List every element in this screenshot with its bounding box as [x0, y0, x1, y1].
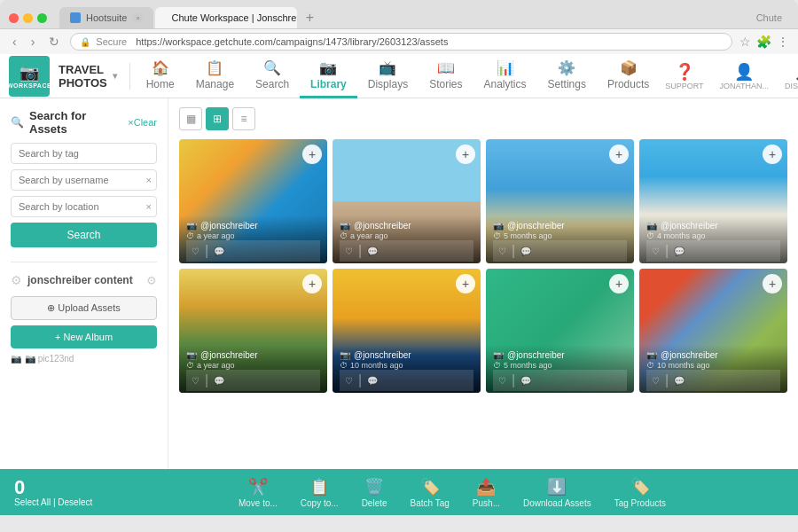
nav-item-search[interactable]: 🔍 Search — [245, 54, 300, 98]
sidebar-gear-icon[interactable]: ⚙ — [146, 274, 157, 287]
gallery-item-2[interactable]: + 📷 @jonschreiber ⏱5 months ago ♡ | 💬 — [486, 139, 634, 263]
delete-action[interactable]: 🗑️ Delete — [353, 477, 396, 508]
gallery-item-5[interactable]: + 📷 @jonschreiber ⏱10 months ago ♡ | 💬 — [332, 269, 481, 393]
comment-icon-1[interactable]: 💬 — [367, 246, 378, 256]
campaign-selector[interactable]: TRAVEL PHOTOS ▾ — [59, 63, 130, 90]
new-tab-button[interactable]: + — [299, 7, 320, 28]
gallery-item-actions-4: ♡ | 💬 — [186, 370, 320, 391]
like-icon-1[interactable]: ♡ — [345, 246, 353, 256]
settings-icon: ⚙️ — [558, 59, 575, 76]
like-icon-0[interactable]: ♡ — [192, 246, 200, 256]
tag-products-action[interactable]: 🏷️ Tag Products — [606, 477, 675, 508]
campaign-caret-icon: ▾ — [113, 71, 117, 81]
extension-icon[interactable]: 🧩 — [756, 35, 771, 49]
nav-item-settings[interactable]: ⚙️ Settings — [537, 54, 597, 98]
like-icon-5[interactable]: ♡ — [345, 376, 353, 386]
gallery-item-7[interactable]: + 📷 @jonschreiber ⏱10 months ago ♡ | 💬 — [639, 269, 787, 393]
hootsuite-tab-close[interactable]: × — [132, 12, 143, 23]
add-item-button-5[interactable]: + — [456, 274, 475, 293]
like-icon-4[interactable]: ♡ — [192, 376, 200, 386]
gallery-item[interactable]: + 📷 @jonschreiber ⏱a year ago ♡ | 💬 — [179, 139, 327, 263]
search-header-icon: 🔍 — [11, 116, 24, 129]
gallery-item-6[interactable]: + 📷 @jonschreiber ⏱5 months ago ♡ | 💬 — [486, 269, 634, 393]
comment-icon-2[interactable]: 💬 — [520, 246, 531, 256]
add-item-button-1[interactable]: + — [456, 145, 475, 164]
add-item-button-6[interactable]: + — [609, 274, 629, 293]
bottom-bar: 0 Select All | Deselect ✂️ Move to... 📋 … — [0, 469, 798, 515]
add-item-button-7[interactable]: + — [763, 274, 782, 293]
add-item-button-3[interactable]: + — [763, 145, 782, 164]
ssl-lock-icon: 🔒 — [80, 37, 90, 47]
like-icon-7[interactable]: ♡ — [652, 376, 660, 386]
sidebar: 🔍 Search for Assets ×Clear × × Search — [0, 98, 168, 469]
gallery-item-overlay-5: 📷 @jonschreiber ⏱10 months ago ♡ | 💬 — [332, 345, 481, 393]
search-button[interactable]: Search — [11, 223, 157, 247]
menu-icon[interactable]: ⋮ — [777, 35, 789, 49]
comment-icon-0[interactable]: 💬 — [214, 246, 224, 256]
location-clear-icon[interactable]: × — [146, 201, 152, 212]
refresh-button[interactable]: ↻ — [45, 33, 63, 51]
add-item-button-4[interactable]: + — [302, 274, 322, 293]
gallery-item-3[interactable]: + 📷 @jonschreiber ⏱4 months ago ♡ | 💬 — [639, 139, 787, 263]
username-input[interactable] — [11, 169, 157, 191]
like-icon-6[interactable]: ♡ — [498, 376, 506, 386]
url-input[interactable]: 🔒 Secure https://workspace.getchute.com/… — [70, 33, 732, 51]
upload-assets-button[interactable]: ⊕ Upload Assets — [11, 296, 157, 320]
gallery-item-user-2: 📷 @jonschreiber — [493, 221, 627, 231]
back-button[interactable]: ‹ — [9, 33, 20, 51]
gallery-item-4[interactable]: + 📷 @jonschreiber ⏱a year ago ♡ | 💬 — [179, 269, 327, 393]
deselect-link[interactable]: Deselect — [58, 497, 92, 507]
nav-item-search-label: Search — [255, 78, 289, 90]
home-icon: 🏠 — [152, 59, 169, 76]
nav-discover[interactable]: 🔎 DISCOVER — [779, 62, 798, 90]
nav-support[interactable]: ❓ SUPPORT — [660, 62, 708, 90]
comment-icon-7[interactable]: 💬 — [674, 376, 685, 386]
new-album-button[interactable]: + New Album — [11, 325, 157, 348]
maximize-button[interactable] — [37, 13, 47, 23]
comment-icon-3[interactable]: 💬 — [674, 246, 685, 256]
comment-icon-6[interactable]: 💬 — [520, 376, 531, 386]
tab-hootsuite[interactable]: Hootsuite × — [59, 7, 153, 28]
nav-item-manage[interactable]: 📋 Manage — [185, 54, 245, 98]
select-all-link[interactable]: Select All — [14, 497, 51, 507]
nav-discover-label: DISCOVER — [785, 82, 798, 90]
like-icon-3[interactable]: ♡ — [652, 246, 660, 256]
star-icon[interactable]: ☆ — [739, 35, 751, 49]
push-action[interactable]: 📤 Push... — [464, 477, 509, 508]
nav-item-stories[interactable]: 📖 Stories — [419, 54, 473, 98]
nav-item-displays[interactable]: 📺 Displays — [357, 54, 419, 98]
nav-item-home[interactable]: 🏠 Home — [136, 54, 185, 98]
tab-chute[interactable]: Chute Workspace | Jonschrei... × — [155, 7, 297, 28]
comment-icon-5[interactable]: 💬 — [367, 376, 378, 386]
username-clear-icon[interactable]: × — [146, 175, 152, 185]
download-action[interactable]: ⬇️ Download Assets — [514, 477, 600, 508]
gallery-item-1[interactable]: + 📷 @jonschreiber ⏱a year ago ♡ | 💬 — [332, 139, 481, 263]
batch-tag-action[interactable]: 🏷️ Batch Tag — [402, 477, 458, 508]
add-item-button-0[interactable]: + — [302, 145, 322, 164]
divider-5a: | — [358, 372, 362, 388]
minimize-button[interactable] — [23, 13, 33, 23]
view-compact-button[interactable]: ≡ — [232, 107, 255, 130]
close-button[interactable] — [9, 13, 19, 23]
nav-item-library[interactable]: 📷 Library — [300, 54, 357, 98]
copy-to-action[interactable]: 📋 Copy to... — [292, 477, 348, 508]
gallery-item-actions-1: ♡ | 💬 — [340, 240, 473, 262]
forward-button[interactable]: › — [27, 33, 39, 51]
nav-item-products[interactable]: 📦 Products — [597, 54, 660, 98]
workspace-logo[interactable]: 📷 WORKSPACE — [9, 56, 50, 97]
clear-link[interactable]: ×Clear — [128, 117, 157, 128]
view-grid-button[interactable]: ⊞ — [206, 107, 229, 130]
view-list-button[interactable]: ▦ — [179, 107, 202, 130]
gallery-item-time-7: ⏱10 months ago — [646, 361, 780, 370]
nav-item-analytics[interactable]: 📊 Analytics — [473, 54, 537, 98]
nav-user[interactable]: 👤 JONATHAN... — [715, 62, 774, 90]
add-item-button-2[interactable]: + — [609, 145, 629, 164]
gallery-item-time-5: ⏱10 months ago — [340, 361, 473, 370]
comment-icon-4[interactable]: 💬 — [214, 376, 224, 386]
browser-chrome: Hootsuite × Chute Workspace | Jonschrei.… — [0, 0, 798, 54]
album-icon: 📷 — [11, 354, 21, 364]
tag-input[interactable] — [11, 143, 157, 164]
location-input[interactable] — [11, 196, 157, 217]
like-icon-2[interactable]: ♡ — [498, 246, 506, 256]
move-to-action[interactable]: ✂️ Move to... — [230, 477, 286, 508]
